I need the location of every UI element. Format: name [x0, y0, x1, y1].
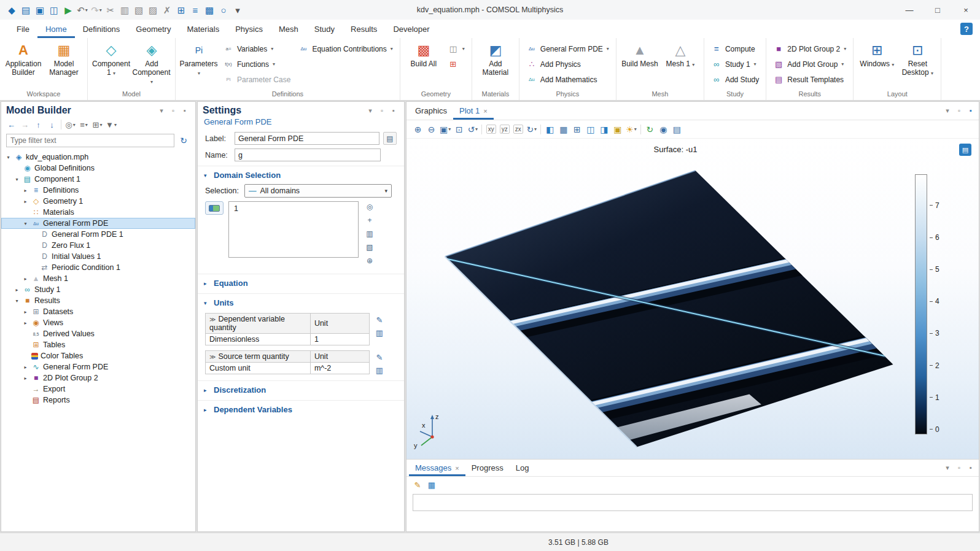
ribbon-add-physics[interactable]: ∴Add Physics [523, 56, 612, 72]
paste-icon[interactable]: ▧ [132, 3, 146, 17]
zoom-box-icon[interactable]: ▣▾ [438, 123, 452, 136]
tree-node-materials[interactable]: ∷Materials [1, 207, 195, 218]
ribbon-mesh-1[interactable]: △Mesh 1 ▾ [661, 41, 700, 70]
redo-icon[interactable]: ↷▾ [90, 3, 103, 17]
tree-node-results[interactable]: ▾■Results [1, 295, 195, 306]
tree-expand-arrow[interactable]: ▸ [22, 376, 29, 381]
unit-list-icon[interactable]: ▥ [373, 327, 386, 338]
tree-node-component-1[interactable]: ▾▤Component 1 [1, 174, 195, 185]
copy-messages-icon[interactable]: ▦ [426, 479, 438, 491]
nav-back-icon[interactable]: ← [5, 118, 18, 131]
name-input[interactable] [235, 148, 381, 161]
pin-panel-blue-icon[interactable]: ▪ [965, 106, 976, 117]
delete-icon[interactable]: ✗ [160, 3, 174, 17]
save-icon[interactable]: ▣ [33, 3, 47, 17]
maximize-button[interactable]: □ [924, 0, 952, 20]
customize-icon[interactable]: ▾ [231, 3, 244, 17]
tree-node-datasets[interactable]: ▸⊞Datasets [1, 306, 195, 317]
close-button[interactable]: × [952, 0, 980, 20]
graphics-tab-plot-1[interactable]: Plot 1× [453, 102, 494, 120]
ribbon-parameter-case[interactable]: PiParameter Case [220, 72, 294, 87]
undo-icon[interactable]: ↶▾ [76, 3, 89, 17]
unit-list-icon[interactable]: ▥ [373, 364, 386, 376]
ribbon-model-manager[interactable]: ▦Model Manager [44, 41, 84, 79]
copy-icon[interactable]: ▥ [118, 3, 131, 17]
collapse-all-icon[interactable]: ≡▾ [77, 118, 90, 131]
minimize-button[interactable]: — [895, 0, 924, 20]
ribbon-result-templates[interactable]: ▤Result Templates [770, 72, 849, 87]
ribbon-component-1[interactable]: ◇Component 1 ▾ [91, 41, 131, 79]
ribbon-windows[interactable]: ⊞Windows ▾ [857, 41, 896, 70]
section-header-dependent-variables[interactable]: ▸ Dependent Variables [198, 401, 404, 417]
zoom-out-icon[interactable]: ⊖ [425, 123, 438, 136]
ribbon-add-study[interactable]: ∞Add Study [708, 72, 762, 87]
add-selection-icon[interactable]: + [364, 215, 376, 226]
ribbon-application-builder[interactable]: AApplication Builder [4, 41, 43, 79]
ribbon-variables[interactable]: a=Variables▾ [220, 41, 294, 56]
duplicate-icon[interactable]: ▨ [146, 3, 160, 17]
tree-expand-arrow[interactable]: ▸ [22, 309, 29, 315]
view-yz-icon[interactable]: yz [498, 123, 511, 136]
paste-selection-icon[interactable]: ▧ [364, 242, 376, 253]
help-icon[interactable]: ? [960, 23, 973, 35]
ribbon-parameters[interactable]: PiParameters ▾ [179, 41, 219, 79]
comsol-logo-icon[interactable]: ◆ [5, 3, 18, 17]
tree-node-general-form-pde-1[interactable]: DGeneral Form PDE 1 [1, 229, 195, 240]
messages-content[interactable] [413, 494, 973, 511]
float-panel-icon[interactable]: ▫ [954, 463, 965, 474]
lock-axes-icon[interactable]: ▣ [611, 123, 624, 136]
rename-label-icon[interactable]: ▤ [383, 132, 397, 145]
open-icon[interactable]: ▤ [19, 3, 33, 17]
edit-unit-icon[interactable]: ✎ [373, 352, 386, 363]
image-export-icon[interactable]: ▩ [203, 3, 216, 17]
tree-expand-arrow[interactable]: ▸ [22, 199, 29, 204]
filter-input[interactable] [6, 134, 174, 147]
ribbon-functions[interactable]: f(x)Functions▾ [220, 56, 294, 72]
menu-tab-physics[interactable]: Physics [227, 20, 271, 38]
close-tab-icon[interactable]: × [483, 107, 487, 115]
collapse-sections-icon[interactable]: ▾ [942, 106, 953, 117]
tree-node-views[interactable]: ▸◉Views [1, 317, 195, 328]
compare-icon[interactable]: ⊞ [174, 3, 188, 17]
copy-selection-icon[interactable]: ▥ [364, 228, 376, 239]
units-cell[interactable]: m^-2 [310, 363, 369, 374]
nav-forward-icon[interactable]: → [18, 118, 31, 131]
show-icon[interactable]: ◎▾ [64, 118, 77, 131]
messages-tab-log[interactable]: Log [510, 460, 535, 476]
snapshot-icon[interactable]: ◉ [657, 123, 670, 136]
messages-tab-messages[interactable]: Messages× [409, 460, 465, 476]
tree-node-study-1[interactable]: ▸∞Study 1 [1, 284, 195, 295]
search-tools-icon[interactable]: ○ [217, 3, 230, 17]
units-cell[interactable]: 1 [310, 334, 369, 345]
tree-expand-arrow[interactable]: ▸ [22, 188, 29, 193]
edit-unit-icon[interactable]: ✎ [373, 314, 386, 325]
ribbon-equation-contributions[interactable]: ΔuEquation Contributions▾ [295, 41, 395, 56]
units-cell[interactable]: Custom unit [206, 363, 311, 374]
refresh-view-icon[interactable]: ↻▾ [525, 123, 538, 136]
ribbon-build-mesh[interactable]: ▲Build Mesh [620, 41, 659, 70]
tree-expand-arrow[interactable]: ▸ [22, 364, 29, 370]
tree-node-general-form-pde[interactable]: ▸∿General Form PDE [1, 361, 195, 372]
ribbon-2d-plot-group-2[interactable]: ■2D Plot Group 2▾ [770, 41, 849, 56]
menu-tab-file[interactable]: File [9, 20, 37, 38]
clear-messages-icon[interactable]: ✎ [411, 479, 424, 491]
expand-columns-icon[interactable]: ≫ [209, 353, 216, 360]
cut-icon[interactable]: ✂ [104, 3, 117, 17]
split-vertical-icon[interactable]: ◨ [597, 123, 610, 136]
float-panel-icon[interactable]: ▫ [954, 106, 965, 117]
tree-expand-arrow[interactable]: ▸ [22, 276, 29, 282]
tree-node-kdv-equation-mph[interactable]: ▾◈kdv_equation.mph [1, 152, 195, 163]
tree-expand-arrow[interactable]: ▾ [14, 298, 20, 304]
ribbon-study-1[interactable]: ∞Study 1▾ [708, 56, 762, 72]
zoom-extents-icon[interactable]: ⊡ [453, 123, 465, 136]
label-input[interactable] [235, 132, 379, 145]
tree-node-color-tables[interactable]: Color Tables [1, 350, 195, 361]
section-header-units[interactable]: ▾ Units [198, 294, 404, 310]
print-icon[interactable]: ▤ [671, 123, 683, 136]
split-horizontal-icon[interactable]: ◫ [584, 123, 597, 136]
tree-node-derived-values[interactable]: 8,5Derived Values [1, 328, 195, 339]
tree-expand-arrow[interactable]: ▾ [14, 177, 20, 182]
go-to-view-icon[interactable]: ↺▾ [466, 123, 479, 136]
image-grid-icon[interactable]: ▦ [557, 123, 570, 136]
ribbon-add-component[interactable]: ◈Add Component ▾ [132, 41, 171, 87]
